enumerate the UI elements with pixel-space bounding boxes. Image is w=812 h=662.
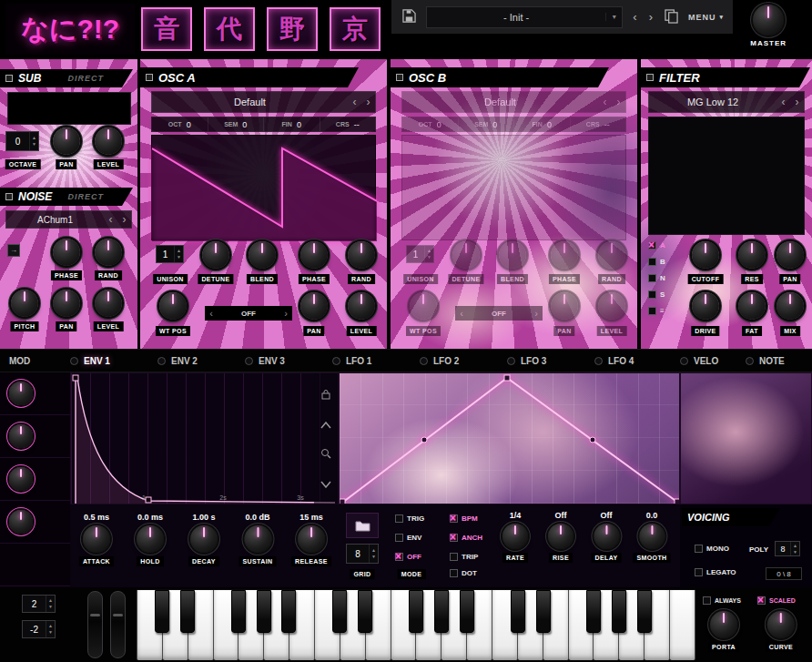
filter-input-keytrack-toggle[interactable]: ≡: [648, 307, 665, 315]
noise-rand-knob[interactable]: [95, 239, 122, 266]
curve-knob[interactable]: [767, 611, 795, 638]
piano-black-key[interactable]: [637, 590, 652, 633]
osc-b-pan-knob[interactable]: [551, 292, 578, 320]
lfo-trig-toggle[interactable]: TRIG: [395, 514, 424, 523]
prev-preset-button[interactable]: ‹: [631, 9, 638, 25]
smooth-knob[interactable]: [639, 524, 665, 549]
sub-enable-checkbox[interactable]: [5, 75, 13, 82]
checkbox[interactable]: [648, 274, 656, 282]
lfo-display[interactable]: [339, 372, 680, 504]
mod-source-handle[interactable]: [594, 357, 603, 365]
checkbox[interactable]: [695, 568, 703, 576]
mod-source-handle[interactable]: [332, 357, 340, 365]
prev-icon[interactable]: ‹: [776, 97, 790, 107]
mod-source-handle[interactable]: [420, 357, 428, 365]
lfo-dotted-toggle[interactable]: DOT: [450, 569, 477, 577]
osc-b-morph-selector[interactable]: ‹ OFF ›: [455, 306, 543, 321]
mod-wheel[interactable]: [110, 591, 126, 658]
lock-icon[interactable]: [320, 387, 331, 403]
tab-env-3[interactable]: ENV 3: [245, 350, 332, 372]
checkbox[interactable]: [450, 534, 458, 542]
chevron-down-icon[interactable]: [320, 475, 331, 492]
osc-a-detune-knob[interactable]: [202, 241, 229, 269]
osc-b-detune-knob[interactable]: [452, 241, 480, 269]
chevron-up-icon[interactable]: [320, 416, 331, 433]
piano-black-key[interactable]: [180, 590, 195, 633]
lfo-anchor-toggle[interactable]: ANCH: [450, 534, 482, 542]
osc-a-crs-param[interactable]: CRS--: [320, 117, 376, 131]
filter-input-a-toggle[interactable]: A: [648, 241, 665, 250]
mod-source-handle[interactable]: [245, 357, 253, 365]
mod-amount-knob[interactable]: [9, 424, 33, 448]
osc-b-waveform-display[interactable]: [401, 135, 626, 240]
prev-icon[interactable]: ‹: [598, 97, 612, 107]
piano-black-key[interactable]: [332, 590, 347, 633]
stepper-arrows-icon[interactable]: ▲▼: [29, 132, 38, 150]
noise-phase-knob[interactable]: [53, 239, 80, 266]
checkbox[interactable]: [450, 514, 458, 523]
piano-black-key[interactable]: [511, 590, 525, 633]
sub-octave-spinner[interactable]: 0 ▲▼: [5, 131, 39, 151]
porta-scaled-toggle[interactable]: SCALED: [757, 596, 796, 605]
checkbox[interactable]: [450, 553, 458, 561]
mod-source-handle[interactable]: [70, 357, 78, 365]
osc-b-crs-param[interactable]: CRS--: [571, 117, 626, 131]
osc-a-morph-selector[interactable]: ‹ OFF ›: [205, 306, 292, 321]
osc-b-level-knob[interactable]: [598, 292, 625, 320]
piano-black-key[interactable]: [460, 590, 474, 633]
next-icon[interactable]: ›: [612, 97, 625, 107]
mod-source-handle[interactable]: [680, 357, 688, 365]
osc-a-oct-param[interactable]: OCT0: [152, 117, 208, 131]
lfo-off-toggle[interactable]: OFF: [395, 553, 421, 561]
next-icon[interactable]: ›: [530, 308, 543, 319]
piano-white-key[interactable]: [670, 590, 695, 660]
filter-pan-knob[interactable]: [776, 241, 804, 269]
piano-black-key[interactable]: [231, 590, 246, 633]
tab-lfo-3[interactable]: LFO 3: [507, 350, 594, 372]
piano-black-key[interactable]: [434, 590, 449, 633]
copy-button[interactable]: [663, 7, 680, 27]
rate-knob[interactable]: [502, 524, 528, 549]
legato-toggle[interactable]: LEGATO: [695, 568, 736, 576]
piano-black-key[interactable]: [155, 590, 169, 633]
piano-black-key[interactable]: [409, 590, 423, 633]
env-display[interactable]: 1 2s 3s: [70, 372, 339, 504]
rise-knob[interactable]: [548, 524, 573, 549]
piano-black-key[interactable]: [358, 590, 372, 633]
filter-drive-knob[interactable]: [692, 292, 719, 320]
mod-source-handle[interactable]: [157, 357, 166, 365]
tab-lfo-1[interactable]: LFO 1: [332, 350, 420, 372]
osc-b-sem-param[interactable]: SEM0: [459, 117, 515, 131]
filter-fat-knob[interactable]: [738, 292, 766, 320]
checkbox[interactable]: [648, 307, 656, 315]
lfo-triplet-toggle[interactable]: TRIP: [450, 553, 478, 561]
osc-a-rand-knob[interactable]: [348, 241, 375, 269]
prev-icon[interactable]: ‹: [104, 214, 117, 225]
checkbox[interactable]: [695, 545, 703, 553]
porta-always-toggle[interactable]: ALWAYS: [703, 596, 741, 605]
osc-a-sem-param[interactable]: SEM0: [208, 117, 265, 131]
filter-mix-knob[interactable]: [776, 292, 804, 320]
lfo-bpm-toggle[interactable]: BPM: [450, 514, 478, 523]
decay-knob[interactable]: [190, 525, 218, 553]
osc-a-waveform-display[interactable]: [151, 135, 376, 240]
osc-a-fin-param[interactable]: FIN0: [264, 117, 320, 131]
tab-lfo-2[interactable]: LFO 2: [420, 350, 507, 372]
menu-button[interactable]: MENU ▾: [688, 13, 724, 22]
kanji-button-2[interactable]: 代: [204, 7, 255, 51]
mod-source-handle[interactable]: [746, 357, 754, 365]
tab-note[interactable]: NOTE: [746, 350, 812, 372]
noise-keytrack-button[interactable]: →: [7, 244, 20, 257]
filter-enable-checkbox[interactable]: [646, 74, 654, 81]
sub-level-knob[interactable]: [95, 127, 122, 155]
lfo-browse-button[interactable]: [346, 513, 379, 538]
piano-black-key[interactable]: [612, 590, 626, 633]
checkbox[interactable]: [395, 514, 403, 523]
mod-amount-knob[interactable]: [9, 467, 33, 491]
tab-velo[interactable]: VELO: [680, 350, 746, 372]
next-icon[interactable]: ›: [117, 214, 131, 225]
filter-input-sub-toggle[interactable]: S: [648, 290, 665, 299]
save-button[interactable]: [401, 7, 418, 26]
pitch-wheel[interactable]: [87, 591, 103, 658]
next-icon[interactable]: ›: [279, 308, 292, 319]
